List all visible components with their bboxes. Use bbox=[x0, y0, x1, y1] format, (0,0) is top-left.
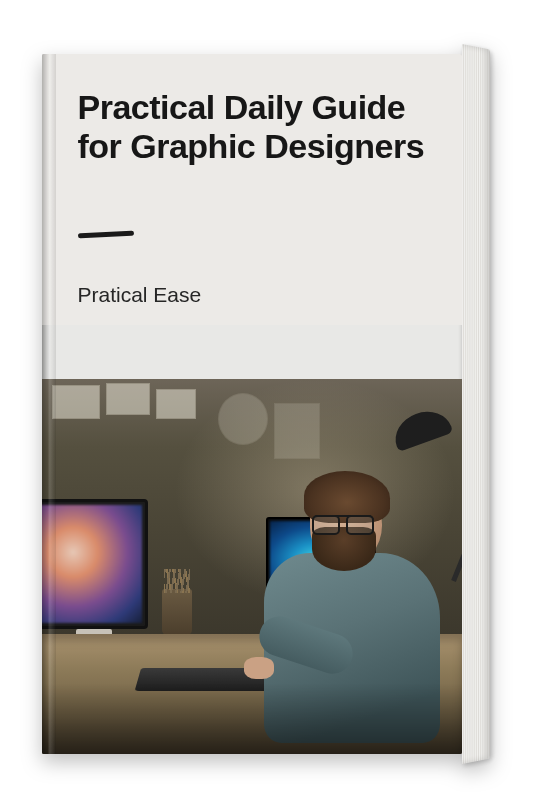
wall-sketch bbox=[106, 383, 150, 415]
book-mockup: Practical Daily Guide for Graphic Design… bbox=[42, 44, 492, 764]
desk-lamp-head bbox=[388, 403, 453, 451]
wall-sketch bbox=[52, 385, 100, 419]
book-author: Pratical Ease bbox=[78, 283, 432, 307]
left-monitor bbox=[42, 499, 148, 629]
left-monitor-screen bbox=[42, 505, 142, 623]
wall-sketch bbox=[274, 403, 320, 459]
wall-sketch bbox=[218, 393, 268, 445]
wall-sketch bbox=[156, 389, 196, 419]
cover-header-area: Practical Daily Guide for Graphic Design… bbox=[42, 54, 462, 325]
book-title: Practical Daily Guide for Graphic Design… bbox=[78, 88, 432, 166]
figure-hand bbox=[244, 657, 274, 679]
desk-lamp-arm bbox=[451, 440, 462, 581]
figure-glasses bbox=[312, 515, 374, 531]
book-pages-edge bbox=[462, 44, 490, 764]
cover-photo bbox=[42, 379, 462, 754]
book-front-cover: Practical Daily Guide for Graphic Design… bbox=[42, 54, 462, 754]
divider-dash bbox=[77, 230, 133, 238]
pencil-cup bbox=[162, 589, 192, 635]
designer-figure bbox=[250, 475, 440, 745]
